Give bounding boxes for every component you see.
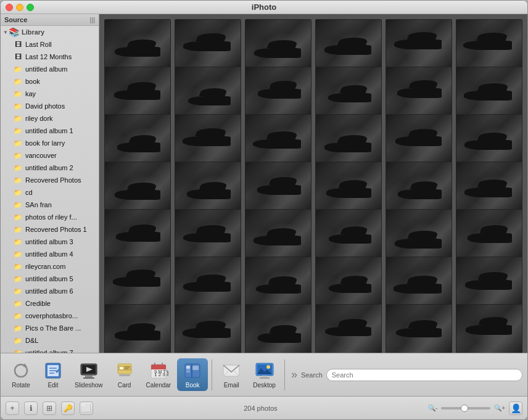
- photo-thumbnail[interactable]: [175, 162, 241, 212]
- photo-thumbnail[interactable]: [104, 162, 171, 212]
- add-button[interactable]: +: [6, 401, 19, 415]
- sidebar-item-untitled-7[interactable]: 📁 untitled album 6: [1, 285, 99, 297]
- photo-thumbnail[interactable]: [245, 114, 311, 164]
- photo-thumbnail[interactable]: [456, 304, 522, 353]
- photo-thumbnail[interactable]: [456, 257, 522, 307]
- photo-thumbnail[interactable]: [245, 162, 311, 212]
- photo-thumbnail[interactable]: [456, 162, 522, 212]
- calendar-button[interactable]: 1 2 3 4 S M T W Calendar: [141, 358, 176, 391]
- crop-button[interactable]: ⬜: [80, 401, 93, 415]
- album-icon: 📁: [13, 138, 23, 148]
- photo-thumbnail[interactable]: [386, 114, 452, 164]
- card-button[interactable]: Card: [109, 358, 140, 391]
- photo-thumbnail[interactable]: [315, 304, 382, 353]
- sidebar-item-book-larry[interactable]: 📁 book for larry: [1, 137, 99, 149]
- photo-thumbnail[interactable]: [386, 209, 452, 259]
- maximize-button[interactable]: [27, 4, 34, 11]
- sidebar-item-untitled-3[interactable]: 📁 untitled album 2: [1, 162, 99, 174]
- sidebar-item-recovered[interactable]: 📁 Recovered Photos: [1, 174, 99, 186]
- photo-thumbnail[interactable]: [104, 19, 171, 69]
- photo-thumbnail[interactable]: [315, 67, 382, 117]
- photo-thumbnail[interactable]: [245, 19, 311, 69]
- sidebar-label: Recovered Photos 1: [25, 226, 87, 233]
- photo-thumbnail[interactable]: [315, 162, 382, 212]
- photo-thumbnail[interactable]: [315, 209, 382, 259]
- photo-thumbnail[interactable]: [315, 19, 382, 69]
- sidebar-item-vancouver[interactable]: 📁 vancouver: [1, 149, 99, 162]
- search-input[interactable]: [326, 369, 522, 381]
- sidebar-item-library[interactable]: ▼ 📚 Library: [1, 26, 99, 38]
- photo-thumbnail[interactable]: [104, 67, 171, 117]
- sidebar-item-untitled-1[interactable]: 📁 untitled album: [1, 63, 99, 75]
- photo-thumbnail[interactable]: [175, 19, 241, 69]
- sidebar-item-david[interactable]: 📁 David photos: [1, 100, 99, 112]
- photo-thumbnail[interactable]: [175, 114, 241, 164]
- slideshow-button[interactable]: Slideshow: [70, 358, 108, 391]
- sidebar-item-cd[interactable]: 📁 cd: [1, 186, 99, 199]
- person-icon: 👤: [511, 403, 521, 413]
- sidebar-item-untitled-6[interactable]: 📁 untitled album 5: [1, 273, 99, 285]
- sidebar-item-untitled-2[interactable]: 📁 untitled album 1: [1, 125, 99, 137]
- album-icon: 📁: [13, 237, 23, 247]
- sidebar-item-untitled-5[interactable]: 📁 untitled album 4: [1, 248, 99, 260]
- photo-thumbnail[interactable]: [104, 114, 171, 164]
- sidebar-item-untitled-4[interactable]: 📁 untitled album 3: [1, 236, 99, 248]
- sidebar-label: David photos: [25, 102, 65, 110]
- close-button[interactable]: [6, 4, 13, 11]
- user-button[interactable]: 👤: [509, 401, 522, 415]
- sidebar-item-pics-bare[interactable]: 📁 Pics o The Bare ...: [1, 322, 99, 334]
- key-button[interactable]: 🔑: [61, 401, 75, 415]
- zoom-thumb[interactable]: [461, 405, 468, 412]
- desktop-button[interactable]: Desktop: [248, 358, 281, 391]
- photo-thumbnail[interactable]: [386, 67, 452, 117]
- photo-thumbnail[interactable]: [175, 257, 241, 307]
- photo-thumbnail[interactable]: [315, 114, 382, 164]
- minimize-button[interactable]: [16, 4, 23, 11]
- photo-thumbnail[interactable]: [245, 304, 311, 353]
- email-button[interactable]: Email: [216, 358, 247, 391]
- sidebar-item-book[interactable]: 📁 book: [1, 75, 99, 88]
- photo-thumbnail[interactable]: [456, 209, 522, 259]
- sidebar-item-san-fran[interactable]: 📁 SAn fran: [1, 199, 99, 211]
- sidebar-item-untitled-8[interactable]: 📁 untitled album 7: [1, 347, 99, 353]
- photo-area: [99, 14, 527, 353]
- edit-label: Edit: [47, 382, 58, 389]
- resize-handle[interactable]: |||: [90, 17, 95, 23]
- book-button[interactable]: Book: [177, 358, 208, 391]
- rotate-button[interactable]: Rotate: [6, 358, 36, 391]
- sidebar-item-kay[interactable]: 📁 kay: [1, 88, 99, 100]
- info-button[interactable]: ℹ: [24, 401, 38, 415]
- photo-thumbnail[interactable]: [175, 67, 241, 117]
- photo-thumbnail[interactable]: [386, 19, 452, 69]
- more-button[interactable]: »: [291, 368, 297, 381]
- photo-thumbnail[interactable]: [456, 67, 522, 117]
- sidebar-item-recovered-1[interactable]: 📁 Recovered Photos 1: [1, 223, 99, 236]
- sidebar-item-credible[interactable]: 📁 Credible: [1, 297, 99, 310]
- photo-grid[interactable]: [99, 14, 527, 353]
- photo-thumbnail[interactable]: [245, 257, 311, 307]
- view-toggle-button[interactable]: ⊞: [43, 401, 56, 415]
- sidebar-item-dl[interactable]: 📁 D&L: [1, 334, 99, 347]
- photo-thumbnail[interactable]: [104, 209, 171, 259]
- photo-thumbnail[interactable]: [456, 114, 522, 164]
- photo-thumbnail[interactable]: [245, 67, 311, 117]
- photo-thumbnail[interactable]: [456, 19, 522, 69]
- photo-thumbnail[interactable]: [315, 257, 382, 307]
- photo-thumbnail[interactable]: [386, 162, 452, 212]
- zoom-slider[interactable]: [441, 407, 490, 410]
- sidebar-item-riley-dork[interactable]: 📁 riley dork: [1, 112, 99, 125]
- sidebar-item-photos-riley[interactable]: 📁 photos of riley f...: [1, 211, 99, 223]
- sidebar-item-rileycran[interactable]: 📁 rileycran.com: [1, 260, 99, 273]
- photo-thumbnail[interactable]: [104, 257, 171, 307]
- sidebar-item-last-roll[interactable]: 🎞 Last Roll: [1, 38, 99, 51]
- sidebar-item-last-12[interactable]: 🎞 Last 12 Months: [1, 51, 99, 63]
- sidebar-header: Source |||: [1, 14, 99, 26]
- photo-thumbnail[interactable]: [175, 209, 241, 259]
- sidebar-item-coverphotos[interactable]: 📁 coverphotasbro...: [1, 310, 99, 322]
- photo-thumbnail[interactable]: [175, 304, 241, 353]
- photo-thumbnail[interactable]: [245, 209, 311, 259]
- edit-button[interactable]: Edit: [38, 358, 68, 391]
- photo-thumbnail[interactable]: [104, 304, 171, 353]
- photo-thumbnail[interactable]: [386, 304, 452, 353]
- photo-thumbnail[interactable]: [386, 257, 452, 307]
